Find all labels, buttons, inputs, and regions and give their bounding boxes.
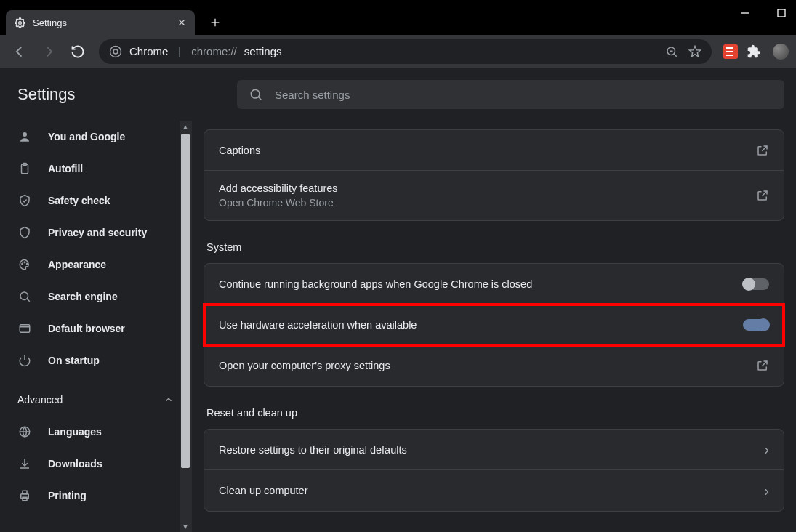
sidebar-item-label: Safety check <box>48 195 110 206</box>
svg-point-13 <box>251 89 260 98</box>
chevron-up-icon <box>164 395 174 405</box>
scrollbar-up-icon[interactable]: ▲ <box>180 121 191 132</box>
row-label: Clean up computer <box>219 485 308 496</box>
extension-icons <box>723 44 789 60</box>
svg-point-20 <box>27 263 28 265</box>
row-label: Captions <box>219 145 260 156</box>
sidebar-item-downloads[interactable]: Downloads <box>0 448 191 480</box>
chevron-right-icon: › <box>764 441 769 458</box>
sidebar-item-printing[interactable]: Printing <box>0 480 191 512</box>
sidebar-item-you-and-google[interactable]: You and Google <box>0 121 191 153</box>
launch-icon <box>756 189 769 202</box>
row-label: Use hardware acceleration when available <box>219 319 417 331</box>
svg-line-10 <box>674 54 677 57</box>
reset-card: Restore settings to their original defau… <box>204 429 784 512</box>
close-tab-icon[interactable] <box>177 18 186 27</box>
todoist-extension-icon[interactable] <box>723 44 738 59</box>
person-icon <box>17 130 32 143</box>
browser-tab-settings[interactable]: Settings <box>6 10 195 35</box>
row-add-accessibility[interactable]: Add accessibility features Open Chrome W… <box>204 171 784 220</box>
sidebar-item-label: Languages <box>48 426 102 438</box>
row-label: Restore settings to their original defau… <box>219 444 407 456</box>
minimize-window-icon[interactable] <box>735 3 755 23</box>
row-hardware-acceleration[interactable]: Use hardware acceleration when available <box>204 305 784 345</box>
row-proxy-settings[interactable]: Open your computer's proxy settings <box>204 345 784 386</box>
section-heading-reset: Reset and clean up <box>206 407 781 419</box>
row-restore-defaults[interactable]: Restore settings to their original defau… <box>204 430 784 470</box>
zoom-icon[interactable] <box>665 45 678 58</box>
row-background-apps[interactable]: Continue running background apps when Go… <box>204 264 784 305</box>
extensions-puzzle-icon[interactable] <box>747 44 761 59</box>
omnibox-path-protocol: chrome:// <box>191 45 237 57</box>
window-controls <box>735 3 792 23</box>
scrollbar-down-icon[interactable]: ▼ <box>180 520 191 532</box>
globe-icon <box>17 425 32 438</box>
omnibox-path-page: settings <box>244 45 282 57</box>
sidebar-advanced-toggle[interactable]: Advanced <box>0 384 191 416</box>
svg-point-7 <box>110 46 121 57</box>
svg-point-8 <box>113 49 118 54</box>
chrome-icon <box>109 45 122 58</box>
sidebar-item-autofill[interactable]: Autofill <box>0 153 191 185</box>
shield-check-icon <box>17 194 32 207</box>
svg-line-14 <box>259 97 262 100</box>
page-header: Settings Search settings <box>0 68 796 121</box>
clipboard-icon <box>17 162 32 175</box>
svg-point-18 <box>22 263 23 265</box>
sidebar-item-default-browser[interactable]: Default browser <box>0 313 191 344</box>
svg-line-22 <box>27 299 29 301</box>
browser-icon <box>17 322 32 335</box>
sidebar-item-safety-check[interactable]: Safety check <box>0 185 191 217</box>
svg-rect-30 <box>23 491 27 494</box>
settings-sidebar: You and Google Autofill Safety check Pri… <box>0 68 192 532</box>
launch-icon <box>756 359 769 372</box>
maximize-window-icon[interactable] <box>771 3 792 23</box>
sidebar-item-label: Autofill <box>48 163 83 174</box>
gear-icon <box>15 17 25 28</box>
sidebar-item-languages[interactable]: Languages <box>0 416 191 448</box>
sidebar-item-on-startup[interactable]: On startup <box>0 344 191 376</box>
search-icon <box>249 87 263 102</box>
row-cleanup-computer[interactable]: Clean up computer › <box>204 470 784 511</box>
row-label: Add accessibility features <box>219 182 338 194</box>
search-settings-input[interactable]: Search settings <box>237 80 784 109</box>
svg-point-15 <box>23 132 27 137</box>
back-button[interactable] <box>7 39 32 64</box>
accessibility-card: Captions Add accessibility features Open… <box>204 129 784 221</box>
reload-button[interactable] <box>65 39 90 64</box>
row-sublabel: Open Chrome Web Store <box>219 197 338 209</box>
page-title: Settings <box>0 85 225 104</box>
svg-marker-12 <box>690 46 701 56</box>
palette-icon <box>17 258 32 271</box>
sidebar-item-privacy-security[interactable]: Privacy and security <box>0 217 191 249</box>
scrollbar-thumb[interactable] <box>181 134 190 468</box>
sidebar-item-label: Downloads <box>48 458 102 469</box>
bookmark-icon[interactable] <box>688 45 701 58</box>
tab-title: Settings <box>33 17 67 28</box>
sidebar-item-label: Privacy and security <box>48 227 147 238</box>
svg-point-21 <box>20 292 28 300</box>
sidebar-item-label: On startup <box>48 355 100 366</box>
toggle-background-apps[interactable] <box>743 278 769 290</box>
row-captions[interactable]: Captions <box>204 130 784 171</box>
settings-main: Captions Add accessibility features Open… <box>192 68 796 532</box>
sidebar-item-appearance[interactable]: Appearance <box>0 249 191 281</box>
new-tab-button[interactable] <box>205 12 225 33</box>
search-icon <box>17 290 32 303</box>
search-placeholder: Search settings <box>275 89 350 101</box>
power-icon <box>17 354 32 367</box>
row-label: Open your computer's proxy settings <box>219 360 390 371</box>
sidebar-item-label: Search engine <box>48 291 118 302</box>
omnibox-host: Chrome <box>129 45 168 57</box>
sidebar-scrollbar[interactable]: ▲ ▼ <box>180 121 191 532</box>
sidebar-item-label: Printing <box>48 490 87 501</box>
profile-avatar[interactable] <box>773 44 789 60</box>
svg-point-0 <box>19 21 22 24</box>
download-icon <box>17 457 32 470</box>
sidebar-item-search-engine[interactable]: Search engine <box>0 281 191 313</box>
address-bar[interactable]: Chrome | chrome://settings <box>99 39 712 64</box>
row-label: Continue running background apps when Go… <box>219 278 532 290</box>
toggle-hardware-acceleration[interactable] <box>743 319 769 331</box>
forward-button[interactable] <box>36 39 61 64</box>
sidebar-item-label: Default browser <box>48 323 125 334</box>
